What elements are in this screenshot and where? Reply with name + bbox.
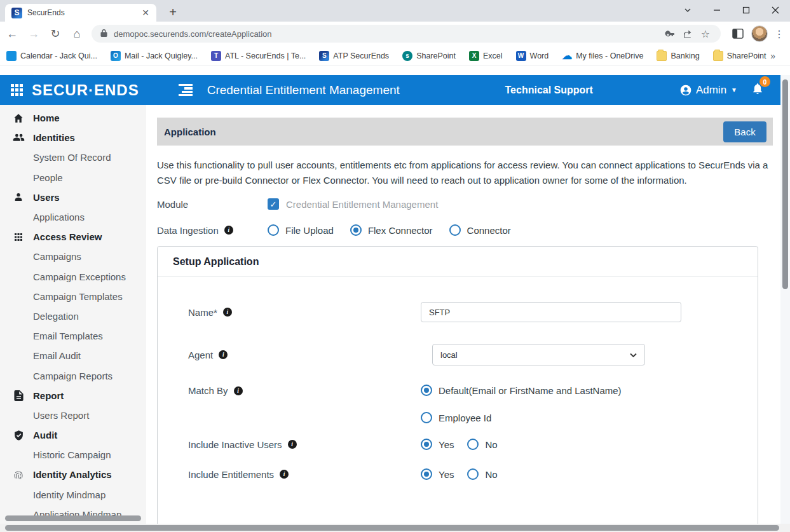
radio-icon[interactable]	[421, 385, 432, 396]
back-nav-icon[interactable]: ←	[3, 24, 22, 43]
include-inactive-users-row: Include Inactive Users i Yes No	[188, 439, 758, 450]
radio-match-employee-id[interactable]: Employee Id	[421, 412, 622, 423]
radio-match-default[interactable]: Default(Email or FirstName and LastName)	[421, 385, 622, 396]
bookmark-excel[interactable]: XExcel	[469, 51, 503, 61]
radio-icon[interactable]	[467, 439, 479, 450]
name-input[interactable]	[421, 302, 681, 322]
grid-icon	[12, 232, 25, 242]
bookmarks-overflow-icon[interactable]: »	[770, 51, 776, 61]
securends-favicon-icon: S	[11, 8, 22, 18]
radio-file-upload[interactable]: File Upload	[268, 224, 334, 236]
bookmark-mail-jack-quigley[interactable]: OMail - Jack Quigley...	[111, 51, 198, 61]
include-entitlements-options: Yes No	[421, 468, 498, 480]
sidebar-item-identity-mindmap[interactable]: Identity Mindmap	[0, 485, 146, 505]
sidebar-nav: HomeIdentitiesSystem Of RecordPeopleUser…	[0, 105, 146, 532]
radio-icon[interactable]	[350, 224, 362, 236]
notifications-button[interactable]: 0	[751, 82, 764, 98]
info-icon[interactable]: i	[280, 470, 289, 479]
browser-tab[interactable]: S SecurEnds ✕	[5, 4, 156, 22]
radio-icon[interactable]	[449, 224, 461, 236]
sidebar-item-users-report[interactable]: Users Report	[0, 406, 146, 425]
radio-inactive-yes[interactable]: Yes	[421, 439, 454, 450]
sidebar-toggle-icon[interactable]	[177, 84, 193, 96]
sidebar-item-campaigns[interactable]: Campaigns	[0, 247, 146, 266]
info-icon[interactable]: i	[219, 350, 228, 359]
close-window-button[interactable]	[761, 0, 790, 20]
sidebar-item-historic-campaign[interactable]: Historic Campaign	[0, 445, 146, 465]
address-bar[interactable]: demopoc.securends.com/createApplication …	[92, 25, 721, 43]
sidebar-item-identity-analytics[interactable]: Identity Analytics	[0, 465, 146, 484]
sidebar-item-system-of-record[interactable]: System Of Record	[0, 147, 146, 167]
bookmark-sharepoint[interactable]: sSharePoint	[402, 51, 456, 61]
sidebar-item-applications[interactable]: Applications	[0, 207, 146, 227]
sidebar-item-identities[interactable]: Identities	[0, 128, 146, 147]
horizontal-scrollbar[interactable]	[0, 524, 790, 532]
bookmark-atp-securends[interactable]: SATP SecurEnds	[319, 51, 389, 61]
bookmark-my-files-onedrive[interactable]: ☁My files - OneDrive	[562, 51, 643, 61]
admin-menu[interactable]: Admin ▼	[679, 84, 737, 97]
module-value: Credential Entitlement Management	[286, 199, 438, 210]
forward-nav-icon[interactable]: →	[24, 24, 43, 43]
radio-icon[interactable]	[421, 468, 432, 480]
reload-icon[interactable]: ↻	[46, 24, 65, 43]
sidebar-item-campaign-reports[interactable]: Campaign Reports	[0, 365, 146, 385]
radio-icon[interactable]	[421, 412, 432, 423]
new-tab-button[interactable]: +	[164, 3, 182, 21]
tab-search-chevron-icon[interactable]	[673, 0, 702, 20]
back-button[interactable]: Back	[723, 121, 766, 142]
bookmark-word[interactable]: WWord	[516, 51, 549, 61]
info-icon[interactable]: i	[234, 386, 243, 395]
radio-connector[interactable]: Connector	[449, 224, 511, 236]
admin-label: Admin	[696, 84, 726, 97]
radio-icon[interactable]	[421, 439, 432, 450]
agent-select[interactable]: local	[432, 344, 645, 365]
sidebar-item-home[interactable]: Home	[0, 108, 146, 128]
side-panel-icon[interactable]	[728, 24, 747, 43]
sidebar-item-email-templates[interactable]: Email Templates	[0, 326, 146, 346]
sidebar-item-access-review[interactable]: Access Review	[0, 227, 146, 247]
maximize-button[interactable]	[732, 0, 761, 20]
header-right: Technical Support Admin ▼ 0	[505, 82, 780, 98]
technical-support-link[interactable]: Technical Support	[505, 85, 593, 96]
sidebar-horizontal-scrollbar[interactable]	[5, 515, 141, 521]
sidebar-item-campaign-exceptions[interactable]: Campaign Exceptions	[0, 267, 146, 287]
info-icon[interactable]: i	[288, 440, 297, 449]
apps-grid-icon[interactable]	[11, 84, 24, 97]
sidebar-item-people[interactable]: People	[0, 168, 146, 188]
browser-window: S SecurEnds ✕ + ← → ↻ ⌂ demopoc.securend…	[0, 0, 790, 532]
home-nav-icon[interactable]: ⌂	[67, 24, 86, 43]
sidebar-item-campaign-templates[interactable]: Campaign Templates	[0, 287, 146, 306]
radio-entitlements-no[interactable]: No	[467, 468, 497, 480]
bookmark-atl-securends-te[interactable]: TATL - SecurEnds | Te...	[211, 51, 306, 61]
bookmark-sharepoint[interactable]: SharePoint	[713, 51, 766, 61]
vertical-scrollbar[interactable]	[780, 75, 790, 532]
password-key-icon[interactable]	[661, 25, 679, 42]
profile-avatar[interactable]	[751, 25, 768, 42]
info-icon[interactable]: i	[223, 308, 232, 317]
browser-menu-icon[interactable]: ⋮	[772, 28, 787, 40]
horizontal-scrollbar-thumb[interactable]	[5, 525, 779, 531]
bookmark-star-icon[interactable]: ☆	[697, 25, 714, 42]
share-icon[interactable]	[679, 25, 697, 42]
vertical-scrollbar-thumb[interactable]	[782, 79, 788, 289]
radio-inactive-no[interactable]: No	[467, 439, 497, 450]
radio-flex-connector[interactable]: Flex Connector	[350, 224, 433, 236]
module-checkbox[interactable]: ✓	[268, 198, 279, 210]
setup-panel-body: Name* i Agent i local	[158, 276, 758, 480]
tab-close-icon[interactable]: ✕	[140, 7, 151, 18]
sidebar-item-application-mindmap[interactable]: Application Mindmap	[0, 505, 146, 524]
sidebar-item-audit[interactable]: Audit	[0, 425, 146, 445]
info-icon[interactable]: i	[224, 226, 233, 235]
minimize-button[interactable]	[702, 0, 732, 20]
radio-icon[interactable]	[268, 224, 279, 236]
brand-logo[interactable]: SECUR·ENDS	[32, 81, 139, 99]
radio-entitlements-yes[interactable]: Yes	[421, 468, 454, 480]
sidebar-item-report[interactable]: Report	[0, 386, 146, 406]
bookmark-calendar-jack-qui[interactable]: Calendar - Jack Qui...	[6, 51, 97, 61]
sidebar-item-delegation[interactable]: Delegation	[0, 306, 146, 326]
chevron-down-icon: ▼	[731, 86, 737, 93]
radio-icon[interactable]	[467, 468, 479, 480]
sidebar-item-email-audit[interactable]: Email Audit	[0, 346, 146, 365]
sidebar-item-users[interactable]: Users	[0, 188, 146, 207]
bookmark-banking[interactable]: Banking	[657, 51, 699, 61]
